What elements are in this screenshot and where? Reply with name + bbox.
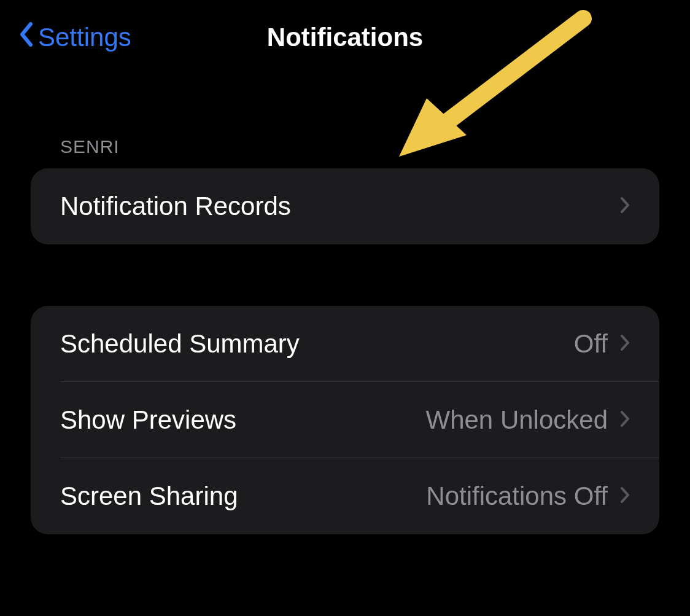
row-right: [620, 197, 630, 216]
chevron-right-icon: [620, 197, 630, 216]
row-label: Screen Sharing: [60, 481, 238, 511]
back-button[interactable]: Settings: [18, 21, 131, 53]
row-value: Notifications Off: [426, 481, 608, 511]
row-screen-sharing[interactable]: Screen Sharing Notifications Off: [31, 458, 659, 534]
row-right: When Unlocked: [426, 405, 630, 435]
chevron-right-icon: [620, 410, 630, 430]
row-label: Scheduled Summary: [60, 329, 300, 359]
chevron-right-icon: [620, 486, 630, 506]
chevron-left-icon: [18, 21, 33, 53]
row-right: Notifications Off: [426, 481, 630, 511]
row-value: When Unlocked: [426, 405, 608, 435]
chevron-right-icon: [620, 334, 630, 354]
row-notification-records[interactable]: Notification Records: [31, 168, 659, 244]
back-label: Settings: [38, 23, 131, 52]
page-title: Notifications: [267, 23, 423, 52]
row-scheduled-summary[interactable]: Scheduled Summary Off: [31, 306, 659, 382]
row-label: Notification Records: [60, 192, 291, 221]
section-group-senri: Notification Records: [31, 168, 659, 244]
row-show-previews[interactable]: Show Previews When Unlocked: [31, 382, 659, 458]
section-group-settings: Scheduled Summary Off Show Previews When…: [31, 306, 659, 534]
nav-header: Settings Notifications: [0, 0, 690, 75]
row-label: Show Previews: [60, 405, 236, 435]
row-value: Off: [574, 329, 608, 359]
section-header-senri: SENRI: [31, 75, 659, 168]
row-right: Off: [574, 329, 630, 359]
